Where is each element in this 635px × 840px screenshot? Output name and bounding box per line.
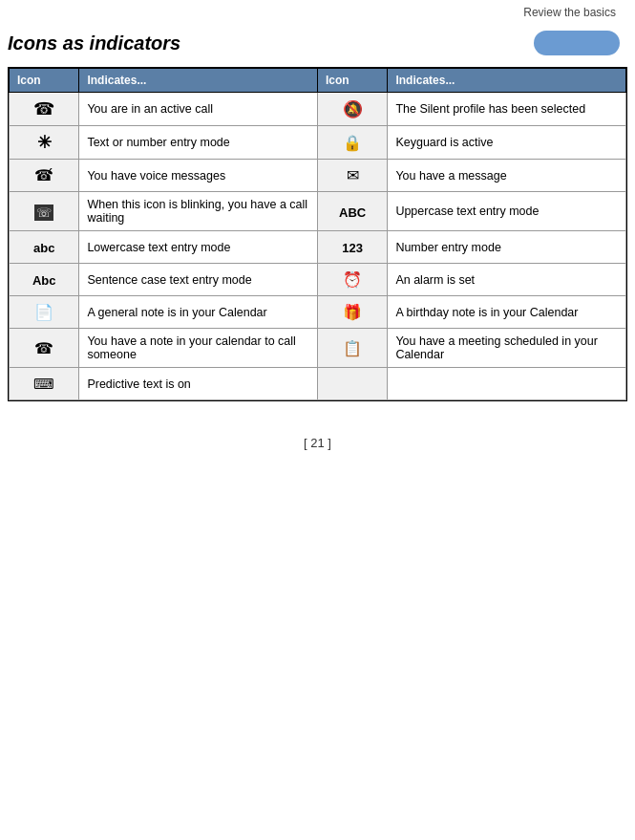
right-icon-cell: 123 [317, 231, 387, 264]
table-row: ☎́You have voice messages✉You have a mes… [10, 160, 626, 192]
icons-table-container: Icon Indicates... Icon Indicates... ☎You… [8, 67, 627, 401]
left-icon-cell: ☏ [10, 192, 79, 231]
left-text-cell: Text or number entry mode [79, 126, 318, 160]
left-icon-cell: 📄 [10, 296, 79, 329]
left-icon-cell: abc [10, 231, 79, 264]
table-row: abcLowercase text entry mode123Number en… [10, 231, 626, 264]
right-text-cell: You have a meeting scheduled in your Cal… [388, 329, 626, 368]
right-text-cell: The Silent profile has been selected [388, 93, 626, 126]
right-text-cell: An alarm is set [388, 264, 626, 296]
table-header-row: Icon Indicates... Icon Indicates... [10, 69, 626, 93]
col-icon-2-header: Icon [317, 69, 387, 93]
right-icon-cell: ⏰ [317, 264, 387, 296]
table-row: ☏When this icon is blinking, you have a … [10, 192, 626, 231]
left-text-cell: A general note is in your Calendar [79, 296, 318, 329]
right-text-cell: A birthday note is in your Calendar [388, 296, 626, 329]
icons-table: Icon Indicates... Icon Indicates... ☎You… [9, 68, 626, 400]
right-text-cell: Keyguard is active [388, 126, 626, 160]
right-icon-cell: 📋 [317, 329, 387, 368]
page-title: Icons as indicators [8, 32, 180, 54]
table-row: ⌨Predictive text is on [10, 368, 626, 400]
right-icon-cell: 🎁 [317, 296, 387, 329]
left-icon-cell: Abc [10, 264, 79, 296]
right-icon-cell: 🔒 [317, 126, 387, 160]
left-icon-cell: ☎ [10, 329, 79, 368]
page-footer: [ 21 ] [0, 417, 635, 469]
right-text-cell [388, 368, 626, 400]
col-icon-1-header: Icon [10, 69, 79, 93]
left-icon-cell: ☎́ [10, 160, 79, 192]
right-text-cell: Number entry mode [388, 231, 626, 264]
left-text-cell: Predictive text is on [79, 368, 318, 400]
table-row: AbcSentence case text entry mode⏰An alar… [10, 264, 626, 296]
left-icon-cell: ✳ [10, 126, 79, 160]
right-text-cell: You have a message [388, 160, 626, 192]
page-number: [ 21 ] [304, 436, 331, 450]
top-navigation: Review the basics [0, 0, 635, 23]
right-icon-cell: ✉ [317, 160, 387, 192]
left-text-cell: When this icon is blinking, you have a c… [79, 192, 318, 231]
left-text-cell: Lowercase text entry mode [79, 231, 318, 264]
table-row: 📄A general note is in your Calendar🎁A bi… [10, 296, 626, 329]
page-header: Icons as indicators [0, 23, 635, 63]
right-icon-cell: ABC [317, 192, 387, 231]
nav-button[interactable] [534, 31, 620, 55]
left-text-cell: You have voice messages [79, 160, 318, 192]
table-row: ✳Text or number entry mode🔒Keyguard is a… [10, 126, 626, 160]
table-row: ☎You have a note in your calendar to cal… [10, 329, 626, 368]
right-icon-cell: 🔕 [317, 93, 387, 126]
left-icon-cell: ☎ [10, 93, 79, 126]
col-indicates-2-header: Indicates... [388, 69, 626, 93]
left-text-cell: You are in an active call [79, 93, 318, 126]
left-text-cell: Sentence case text entry mode [79, 264, 318, 296]
table-row: ☎You are in an active call🔕The Silent pr… [10, 93, 626, 126]
top-nav-label: Review the basics [523, 6, 616, 19]
left-icon-cell: ⌨ [10, 368, 79, 400]
left-text-cell: You have a note in your calendar to call… [79, 329, 318, 368]
col-indicates-1-header: Indicates... [79, 69, 318, 93]
right-text-cell: Uppercase text entry mode [388, 192, 626, 231]
right-icon-cell [317, 368, 387, 400]
table-body: ☎You are in an active call🔕The Silent pr… [10, 93, 626, 400]
